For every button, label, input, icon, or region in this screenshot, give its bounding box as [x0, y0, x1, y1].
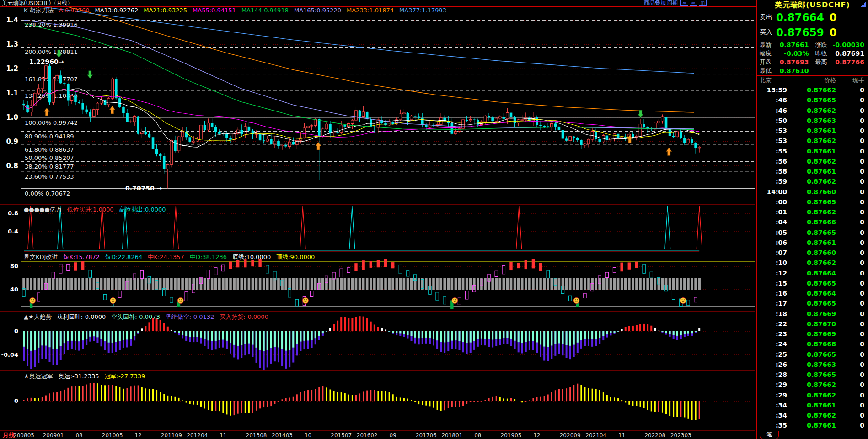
quote-stat: 幅度-0.03% — [757, 49, 813, 58]
svg-text:-0.04: -0.04 — [1, 351, 18, 358]
arrow-right-icon[interactable]: ⇨ — [690, 0, 697, 6]
svg-text:月线: 月线 — [2, 432, 15, 439]
smiley-icon — [177, 298, 183, 304]
svg-text:23.60% 0.77533: 23.60% 0.77533 — [25, 173, 74, 180]
svg-text:200805: 200805 — [13, 432, 34, 439]
tape-row: :180.876690 — [757, 309, 868, 319]
tape-row: :220.876700 — [757, 319, 868, 329]
svg-text:1.2: 1.2 — [6, 64, 18, 73]
time-sales-list: 13:590.876620:460.876650:460.876620:500.… — [757, 85, 868, 431]
svg-text:202104: 202104 — [585, 432, 606, 439]
svg-text:0: 0 — [14, 328, 18, 334]
svg-text:●●●●●亿万低位买进:1.0000高位抛出:0.0000: ●●●●●亿万低位买进:1.0000高位抛出:0.0000 — [24, 206, 166, 213]
svg-text:38.20% 0.81777: 38.20% 0.81777 — [25, 163, 74, 170]
svg-text:08: 08 — [75, 432, 82, 439]
svg-text:201109: 201109 — [161, 432, 182, 439]
tape-row: :120.876640 — [757, 268, 868, 278]
quote-stats: 最新0.87661涨跌-0.00030幅度-0.03%昨收0.87691开盘0.… — [757, 40, 868, 76]
tape-row: 13:590.876620 — [757, 85, 868, 95]
svg-text:12: 12 — [135, 432, 142, 439]
tab-bi[interactable]: 笔 — [760, 431, 779, 439]
svg-text:201403: 201403 — [272, 432, 293, 439]
svg-text:61.80% 0.88637: 61.80% 0.88637 — [25, 146, 74, 153]
bid-size: 0 — [830, 26, 837, 38]
panel-datrend: 0-0.04 — [1, 316, 755, 370]
panel-kdj: 8040 — [10, 259, 755, 309]
svg-text:0.9: 0.9 — [6, 138, 18, 146]
ask-row: 卖出 0.87664 0 — [757, 10, 868, 25]
svg-text:0.00% 0.70672: 0.00% 0.70672 — [25, 190, 70, 197]
svg-text:202303: 202303 — [670, 432, 691, 439]
svg-text:200.00% 1.28811: 200.00% 1.28811 — [25, 48, 78, 55]
svg-text:201005: 201005 — [102, 432, 123, 439]
restore-window-icon[interactable] — [861, 2, 866, 7]
svg-text:238.20% 1.39916: 238.20% 1.39916 — [25, 21, 78, 28]
svg-text:1.4: 1.4 — [6, 16, 18, 24]
tape-row: 14:000.876600 — [757, 187, 868, 197]
fibonacci-levels: 238.20% 1.39916200.00% 1.28811161.80% 1.… — [21, 20, 755, 196]
quote-stat: 最高0.87766 — [813, 58, 868, 67]
panel-olympic: 0 — [14, 383, 755, 420]
tape-row: :040.876660 — [757, 217, 868, 227]
bid-price: 0.87659 — [776, 26, 824, 38]
quote-stat: 最新0.87661 — [757, 41, 813, 49]
titlebar: 美元瑞郎(USDCHF)〈月线〉 商品叠加 周期 ⇦⇨◫ — [0, 0, 756, 7]
tape-row: :240.876680 — [757, 339, 868, 349]
ask-size: 0 — [830, 11, 837, 23]
tape-row: :010.876620 — [757, 207, 868, 217]
svg-text:0.8: 0.8 — [6, 162, 18, 170]
svg-text:界文KDJ改进短K:15.7872短D:22.8264中K:: 界文KDJ改进短K:15.7872短D:22.8264中K:24.1357中D:… — [24, 254, 315, 260]
tape-row: :460.876620 — [757, 106, 868, 116]
tape-row: :170.876650 — [757, 298, 868, 308]
tape-row: :250.876650 — [757, 349, 868, 360]
svg-text:201801: 201801 — [441, 432, 462, 439]
svg-text:0: 0 — [14, 397, 18, 404]
panel-yiwan: 0.80.4 — [8, 206, 755, 252]
quote-stat: 开盘0.87693 — [757, 58, 813, 67]
tape-row: :290.876620 — [757, 390, 868, 400]
svg-text:201905: 201905 — [501, 432, 522, 439]
svg-text:08: 08 — [474, 432, 481, 439]
quote-panel: 美元瑞郎(USDCHF) 卖出 0.87664 0 买入 0.87659 0 最… — [756, 0, 868, 439]
arrow-left-icon[interactable]: ⇦ — [680, 0, 688, 6]
tape-row: :580.876610 — [757, 166, 868, 176]
panel1-header: ●●●●●亿万低位买进:1.0000高位抛出:0.0000 — [24, 206, 166, 213]
svg-text:202208: 202208 — [644, 432, 665, 439]
tape-row: :560.876620 — [757, 156, 868, 166]
svg-text:80: 80 — [10, 263, 18, 270]
svg-text:09: 09 — [390, 432, 396, 439]
tape-row: :530.876610 — [757, 126, 868, 136]
tape-col-header: 现手 — [841, 76, 868, 85]
tape-row: :000.876650 — [757, 197, 868, 207]
tile-window-icon[interactable]: ◫ — [699, 0, 707, 6]
tape-col-header: 价格 — [790, 76, 841, 85]
quote-title-row: 美元瑞郎(USDCHF) — [757, 0, 868, 10]
symbol-title: 美元瑞郎(USDCHF) — [775, 0, 850, 9]
bid-row: 买入 0.87659 0 — [757, 25, 868, 40]
smiley-icon — [302, 298, 308, 304]
svg-text:▲★大趋势获利回吐:-0.0000空头回补:-0.0073坚: ▲★大趋势获利回吐:-0.0000空头回补:-0.0073坚绝做空:-0.013… — [24, 313, 268, 320]
tape-row: :340.876620 — [757, 410, 868, 420]
smiley-icon — [680, 298, 686, 304]
quote-stat: 涨跌-0.00030 — [813, 41, 868, 49]
svg-text:201706: 201706 — [416, 432, 437, 439]
svg-text:100.00% 0.99742: 100.00% 0.99742 — [25, 119, 78, 126]
svg-text:1.3: 1.3 — [6, 40, 18, 48]
period-link[interactable]: 周期 — [667, 0, 678, 6]
smiley-icon — [110, 298, 116, 304]
time-sales-header: 北京价格现手 — [757, 76, 868, 85]
tape-row: :350.876610 — [757, 420, 868, 430]
overlay-link[interactable]: 商品叠加 — [644, 0, 666, 6]
price-indicator-header: K 胡家刀法A:0.90760MA13:0.92762MA21:0.93225M… — [24, 7, 446, 14]
svg-text:K 胡家刀法A:0.90760MA13:0.92762MA2: K 胡家刀法A:0.90760MA13:0.92762MA21:0.93225M… — [24, 7, 446, 14]
svg-text:1.1: 1.1 — [6, 89, 18, 97]
svg-text:10: 10 — [305, 432, 311, 439]
tape-row: :050.876650 — [757, 227, 868, 238]
chart-region[interactable]: 1.41.31.21.11.00.90.8238.20% 1.39916200.… — [0, 0, 868, 439]
window-title: 美元瑞郎(USDCHF)〈月线〉 — [2, 0, 73, 6]
tape-row: :070.876600 — [757, 248, 868, 258]
svg-text:0.70750 →: 0.70750 → — [125, 185, 162, 192]
svg-text:201308: 201308 — [246, 432, 267, 439]
panel4-header: ★奥运冠军奥运:-31.2335冠军:-27.7339 — [24, 373, 145, 380]
quote-stat: 最低0.87610 — [757, 67, 813, 75]
